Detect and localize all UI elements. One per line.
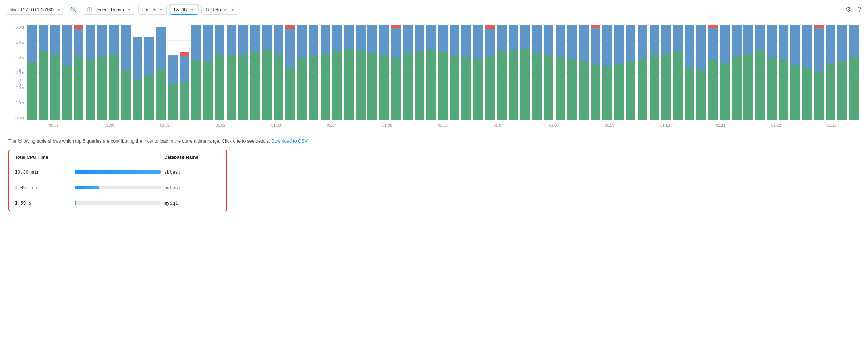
bar-group[interactable]	[237, 25, 249, 120]
bar-group[interactable]	[296, 25, 308, 120]
bar-group[interactable]	[696, 25, 707, 120]
bar-group[interactable]	[426, 25, 437, 120]
bar-group[interactable]	[731, 25, 742, 120]
bar-group[interactable]	[743, 25, 754, 120]
bar-group[interactable]	[143, 25, 155, 120]
bar-group[interactable]	[684, 25, 695, 120]
bar-group[interactable]	[801, 25, 813, 120]
bar-group[interactable]	[437, 25, 448, 120]
bar-group[interactable]	[543, 25, 554, 120]
bar-group[interactable]	[155, 25, 167, 120]
bar-group[interactable]	[625, 25, 637, 120]
download-csv-link[interactable]: Download to CSV	[271, 138, 308, 144]
bar-group[interactable]	[331, 25, 343, 120]
refresh-dropdown[interactable]: ↻ Refresh ▼	[202, 5, 238, 15]
x-label: 01:00	[82, 123, 137, 127]
bar-group[interactable]	[484, 25, 495, 120]
bar-group[interactable]	[50, 25, 61, 120]
bar-group[interactable]	[649, 25, 660, 120]
bar-group[interactable]	[519, 25, 531, 120]
bar-group[interactable]	[554, 25, 566, 120]
bar-container	[71, 186, 164, 189]
time-range-label: Recent 15 min	[94, 7, 124, 12]
chevron-down-icon: ▼	[128, 8, 131, 12]
bar-group[interactable]	[613, 25, 625, 120]
bar-group[interactable]	[261, 25, 272, 120]
bar-group[interactable]	[789, 25, 801, 120]
bar-group[interactable]	[813, 25, 824, 120]
bar-group[interactable]	[707, 25, 719, 120]
description-text: The following table shows which top 5 qu…	[8, 138, 860, 145]
bar-group[interactable]	[378, 25, 390, 120]
bar-group[interactable]	[766, 25, 777, 120]
bar-group[interactable]	[566, 25, 578, 120]
group-by-dropdown[interactable]: By DB ▼	[170, 5, 198, 15]
x-label: 01:11	[693, 123, 749, 127]
x-label: 01:07	[471, 123, 526, 127]
y-axis: 0 ms 1.0 s 2.0 s 3.0 s 4.0 s 5.0 s 6.0 s	[8, 25, 26, 120]
bar-group[interactable]	[367, 25, 378, 120]
x-label: 01:09	[582, 123, 637, 127]
search-icon[interactable]: 🔍	[68, 5, 79, 14]
bar-group[interactable]	[848, 25, 860, 120]
bar-group[interactable]	[202, 25, 213, 120]
bar-group[interactable]	[308, 25, 319, 120]
bar-group[interactable]	[355, 25, 366, 120]
bar-group[interactable]	[249, 25, 261, 120]
bar-group[interactable]	[85, 25, 96, 120]
bar-group[interactable]	[26, 25, 37, 120]
bar-group[interactable]	[508, 25, 519, 120]
bar-group[interactable]	[778, 25, 789, 120]
x-label: 01:08	[526, 123, 582, 127]
bar-group[interactable]	[120, 25, 131, 120]
bar-group[interactable]	[590, 25, 601, 120]
y-label: 0 ms	[16, 116, 24, 120]
bar-group[interactable]	[97, 25, 108, 120]
bar-group[interactable]	[461, 25, 472, 120]
bar-group[interactable]	[343, 25, 354, 120]
bar-group[interactable]	[61, 25, 73, 120]
table-row[interactable]: 3.09 min ustest	[9, 180, 226, 195]
bar-group[interactable]	[672, 25, 683, 120]
bar-group[interactable]	[38, 25, 49, 120]
bar-container	[71, 201, 164, 205]
bar-group[interactable]	[637, 25, 648, 120]
bar-group[interactable]	[661, 25, 672, 120]
bar-group[interactable]	[226, 25, 237, 120]
instance-dropdown[interactable]: tikv - 127.0.0.1:20160 ▼	[6, 5, 64, 15]
bar-group[interactable]	[402, 25, 413, 120]
bar-group[interactable]	[320, 25, 331, 120]
limit-label: Limit 5	[142, 7, 156, 12]
bar-group[interactable]	[167, 25, 178, 120]
bar-group[interactable]	[578, 25, 589, 120]
gear-icon[interactable]: ⚙	[844, 4, 852, 15]
table-row[interactable]: 10.80 min sbtest	[9, 164, 226, 180]
bar-group[interactable]	[754, 25, 765, 120]
bar-group[interactable]	[602, 25, 613, 120]
bar-group[interactable]	[414, 25, 425, 120]
bar-group[interactable]	[390, 25, 402, 120]
bar-group[interactable]	[719, 25, 730, 120]
limit-dropdown[interactable]: Limit 5 ▼	[138, 5, 167, 15]
bar-group[interactable]	[472, 25, 484, 120]
bar-group[interactable]	[531, 25, 542, 120]
bar-group[interactable]	[179, 25, 190, 120]
bar-group[interactable]	[132, 25, 143, 120]
time-range-dropdown[interactable]: 🕐 Recent 15 min ▼	[83, 5, 135, 15]
bar-group[interactable]	[496, 25, 507, 120]
question-icon[interactable]: ?	[856, 5, 862, 15]
bar-group[interactable]	[73, 25, 84, 120]
table-row[interactable]: 1.59 s mysql	[9, 195, 226, 211]
bar-group[interactable]	[108, 25, 119, 120]
bar-group[interactable]	[191, 25, 202, 120]
bar-group[interactable]	[273, 25, 284, 120]
bar-group[interactable]	[825, 25, 836, 120]
bar-group[interactable]	[837, 25, 848, 120]
bar-group[interactable]	[214, 25, 225, 120]
bar-group[interactable]	[285, 25, 296, 120]
chevron-down-icon: ▼	[159, 8, 163, 12]
y-label: 6.0 s	[16, 25, 24, 29]
bar-group[interactable]	[449, 25, 460, 120]
y-label: 3.0 s	[16, 70, 24, 75]
x-label: 01:04	[304, 123, 360, 127]
